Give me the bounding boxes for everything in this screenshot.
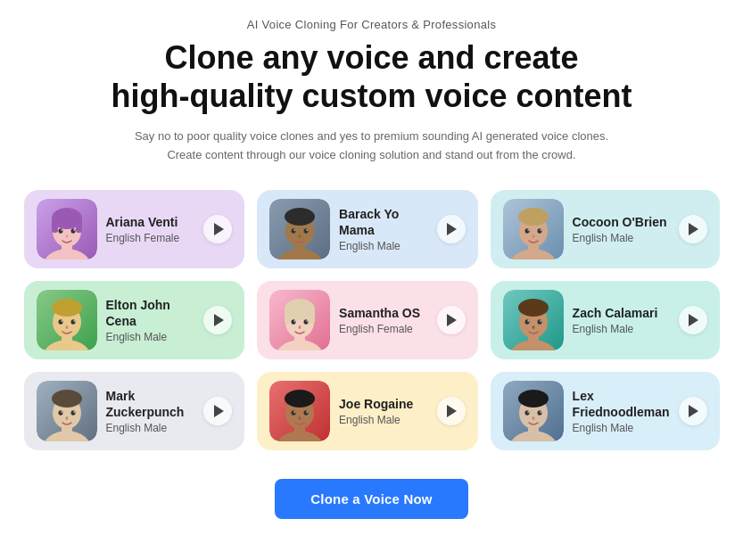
voice-name-cocoon: Cocoon O'Brien [573,214,670,230]
svg-point-58 [299,325,301,329]
voice-card-cocoon[interactable]: Cocoon O'Brien English Male [491,190,720,268]
voice-card-mark[interactable]: Mark Zuckerpunch English Male [24,372,245,450]
avatar-zach [503,290,564,350]
svg-point-41 [58,319,62,325]
voice-lang-mark: English Male [106,422,195,434]
svg-point-43 [61,320,62,322]
clone-voice-button[interactable]: Clone a Voice Now [275,479,467,519]
voice-card-samantha[interactable]: Samantha OS English Female [257,281,478,359]
avatar-joe [269,381,330,441]
svg-point-21 [293,229,295,231]
voice-info-elton: Elton John Cena English Male [106,297,195,343]
play-icon-samantha [447,314,457,326]
svg-point-18 [285,208,315,226]
tagline: AI Voice Cloning For Creators & Professi… [24,18,720,31]
svg-point-91 [299,416,301,420]
svg-point-68 [540,320,541,322]
voice-lang-cocoon: English Male [573,232,670,244]
svg-point-10 [61,229,62,231]
voice-info-samantha: Samantha OS English Female [339,305,428,335]
voice-lang-samantha: English Female [339,323,428,335]
svg-point-8 [58,228,62,234]
voice-grid: Ariana Venti English Female [24,190,720,450]
voice-name-ariana: Ariana Venti [106,214,195,230]
subtitle: Say no to poor quality voice clones and … [24,128,720,165]
svg-point-80 [65,416,68,420]
play-button-joe[interactable] [437,397,466,425]
svg-point-86 [285,390,315,408]
svg-point-29 [518,208,549,226]
svg-point-9 [70,228,75,234]
main-title: Clone any voice and create high-quality … [24,38,720,115]
play-button-lex[interactable] [679,397,707,425]
svg-point-40 [52,299,82,317]
svg-point-56 [293,320,295,322]
svg-point-67 [527,320,529,322]
svg-point-42 [70,319,75,325]
play-icon-mark [214,405,224,417]
voice-card-zach[interactable]: Zach Calamari English Male [491,281,720,359]
voice-card-joe[interactable]: Joe Rogaine English Male [257,372,478,450]
voice-info-cocoon: Cocoon O'Brien English Male [573,214,670,244]
play-button-zach[interactable] [679,306,707,334]
svg-rect-7 [76,218,82,233]
play-button-mark[interactable] [203,397,232,425]
play-icon-barack [447,223,457,235]
voice-info-zach: Zach Calamari English Male [573,305,670,335]
svg-point-79 [73,411,75,413]
play-button-cocoon[interactable] [679,215,707,243]
voice-card-barack[interactable]: Barack Yo Mama English Male [257,190,478,268]
avatar-samantha [269,290,330,350]
avatar-barack [269,199,330,259]
svg-point-55 [304,319,309,325]
svg-point-44 [73,320,75,322]
svg-point-12 [65,235,68,238]
svg-point-31 [537,228,541,234]
play-button-samantha[interactable] [437,306,466,334]
voice-lang-ariana: English Female [106,232,195,244]
svg-point-90 [306,411,308,413]
voice-name-joe: Joe Rogaine [339,396,428,412]
play-button-elton[interactable] [203,306,232,334]
play-icon-lex [689,405,698,417]
voice-card-elton[interactable]: Elton John Cena English Male [24,281,245,359]
play-icon-cocoon [689,223,698,235]
svg-point-19 [292,228,296,234]
voice-lang-zach: English Male [573,323,670,335]
svg-point-11 [73,229,75,231]
avatar-cocoon [503,199,564,259]
svg-point-88 [304,410,309,416]
voice-lang-elton: English Male [106,331,195,343]
svg-point-66 [537,319,541,325]
svg-rect-52 [285,309,291,324]
svg-point-99 [537,410,541,416]
voice-name-elton: Elton John Cena [106,297,195,329]
svg-point-34 [532,235,534,238]
avatar-lex [503,381,564,441]
voice-info-joe: Joe Rogaine English Male [339,396,428,426]
play-button-barack[interactable] [437,215,466,243]
play-button-ariana[interactable] [203,215,232,243]
svg-point-89 [293,411,295,413]
voice-info-barack: Barack Yo Mama English Male [339,206,428,252]
voice-name-barack: Barack Yo Mama [339,206,428,238]
svg-point-23 [299,235,301,238]
voice-lang-joe: English Male [339,414,428,426]
voice-info-lex: Lex Friednoodleman English Male [573,388,670,434]
voice-lang-lex: English Male [573,422,670,434]
svg-rect-53 [309,309,315,324]
svg-point-75 [52,390,82,408]
avatar-elton [37,290,97,350]
svg-point-20 [304,228,309,234]
svg-point-22 [306,229,308,231]
voice-name-samantha: Samantha OS [339,305,428,321]
svg-point-102 [532,416,534,420]
svg-point-78 [61,411,62,413]
svg-point-32 [527,229,529,231]
svg-point-33 [540,229,541,231]
page-container: AI Voice Cloning For Creators & Professi… [24,18,720,519]
voice-card-lex[interactable]: Lex Friednoodleman English Male [491,372,720,450]
voice-name-lex: Lex Friednoodleman [573,388,670,420]
voice-card-ariana[interactable]: Ariana Venti English Female [24,190,245,268]
svg-point-100 [527,411,529,413]
